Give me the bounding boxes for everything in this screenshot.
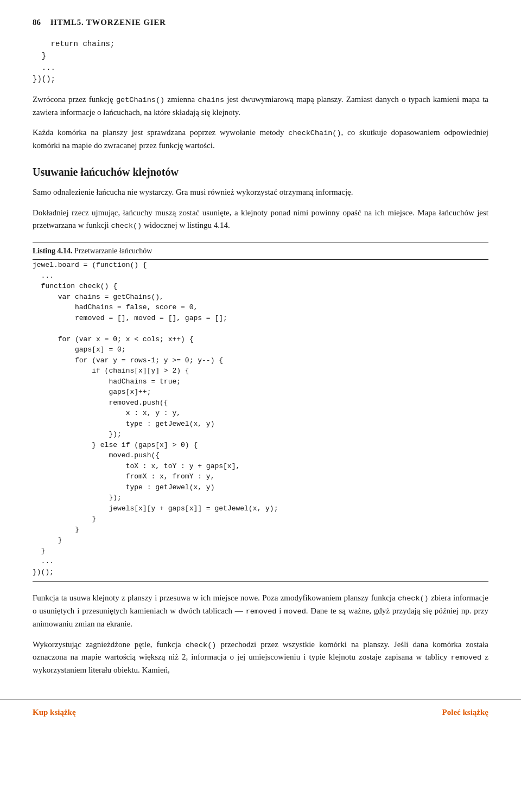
bottom-paragraph-1: Funkcja ta usuwa klejnoty z planszy i pr… [33, 592, 488, 630]
footer-bar: Kup książkę Poleć książkę [0, 699, 521, 727]
footer-right-link[interactable]: Poleć książkę [442, 706, 488, 719]
footer-left-link[interactable]: Kup książkę [33, 706, 76, 719]
page-number: 86 [33, 16, 41, 29]
inline-code-check3: check() [186, 641, 217, 649]
inline-code-moved: moved [284, 608, 306, 616]
code-section: jewel.board = (function() { ... function… [33, 260, 488, 582]
top-code-block: return chains; } ... })(); [33, 39, 488, 86]
page-title: HTML5. TWORZENIE GIER [50, 16, 166, 29]
inline-code-check: check() [111, 222, 142, 230]
bottom-paragraph-2: Wykorzystując zagnieżdżone pętle, funkcj… [33, 638, 488, 677]
inline-code-check2: check() [398, 594, 429, 603]
listing-title: Listing 4.14. Przetwarzanie łańcuchów [33, 247, 152, 255]
page: 86 HTML5. TWORZENIE GIER return chains; … [0, 0, 521, 728]
inline-code-removed: removed [246, 608, 277, 616]
page-header: 86 HTML5. TWORZENIE GIER [33, 16, 488, 29]
listing-title-text: Przetwarzanie łańcuchów [74, 247, 152, 255]
section-paragraph-2: Dokładniej rzecz ujmując, łańcuchy muszą… [33, 207, 488, 232]
inline-code-getChains: getChains() [116, 96, 164, 104]
listing-label: Listing 4.14. [33, 247, 73, 255]
inline-code-removed2: removed [450, 654, 481, 662]
section-paragraph-1: Samo odnalezienie łańcucha nie wystarczy… [33, 186, 488, 199]
inline-code-checkChain: checkChain() [288, 129, 341, 137]
listing-code: jewel.board = (function() { ... function… [33, 260, 488, 577]
section-heading: Usuwanie łańcuchów klejnotów [33, 164, 488, 181]
listing-header: Listing 4.14. Przetwarzanie łańcuchów [33, 242, 488, 260]
paragraph-2: Każda komórka na planszy jest sprawdzana… [33, 126, 488, 152]
inline-code-chains: chains [198, 96, 224, 104]
paragraph-1: Zwrócona przez funkcję getChains() zmien… [33, 93, 488, 119]
